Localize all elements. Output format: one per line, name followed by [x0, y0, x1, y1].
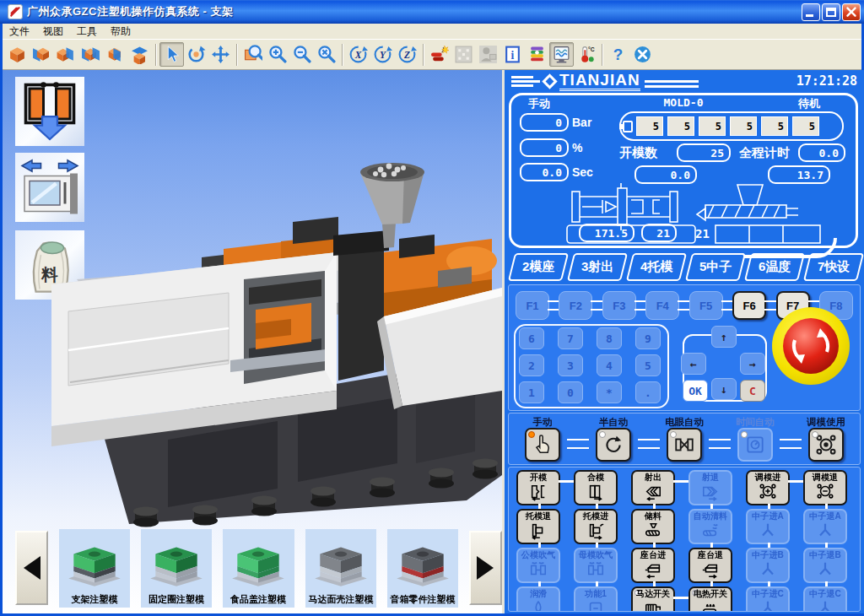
tab-quick-set[interactable]: 7快设 [803, 253, 864, 281]
mold-adjust-out-button[interactable]: 调模退 [803, 470, 847, 505]
function1-button: 功能1 [574, 586, 618, 612]
mold-thumb-food-lid[interactable]: 食品盖注塑模 [223, 529, 294, 608]
gallery-prev-button[interactable] [15, 531, 48, 605]
menu-help[interactable]: 帮助 [104, 24, 138, 40]
rotate-view-button[interactable] [184, 42, 208, 67]
motor-switch-button[interactable]: 马达开关 [631, 586, 675, 612]
key-9[interactable]: 9 [635, 327, 661, 349]
timer-icon [744, 434, 766, 456]
key-arrow-left[interactable]: ← [681, 353, 706, 375]
key-8[interactable]: 8 [597, 327, 622, 349]
cooling-water-button[interactable] [549, 42, 574, 67]
key-arrow-down[interactable]: ↓ [711, 378, 737, 400]
tab-core[interactable]: 5中子 [685, 253, 746, 281]
key-2[interactable]: 2 [519, 354, 544, 376]
key-clear[interactable]: C [740, 380, 765, 402]
key-f3[interactable]: F3 [602, 291, 636, 320]
mode-indicator [599, 431, 606, 438]
view-iso-button[interactable] [5, 42, 30, 67]
time-unit: Sec [572, 165, 593, 179]
mold-thumb-motor-shell[interactable]: 马达面壳注塑模 [305, 529, 376, 608]
key-arrow-up[interactable]: ↑ [711, 326, 737, 348]
charge-button[interactable]: 储料 [631, 509, 675, 544]
menu-tools[interactable]: 工具 [70, 24, 104, 40]
open-count-label: 开模数 [619, 145, 657, 161]
pan-view-button[interactable] [208, 42, 233, 67]
dynamite-icon[interactable] [427, 42, 451, 67]
menu-view[interactable]: 视图 [36, 24, 70, 40]
key-f5[interactable]: F5 [689, 291, 723, 320]
key-ok[interactable]: OK [683, 380, 708, 402]
exit-button[interactable] [630, 42, 655, 67]
rotate-z-button[interactable]: Z [395, 42, 419, 67]
mode-manual[interactable]: 手动 [518, 415, 567, 462]
close-button[interactable] [842, 3, 861, 21]
rotate-x-button[interactable]: X [346, 42, 370, 67]
view-back-button[interactable] [103, 42, 127, 67]
machine-3d-viewport[interactable]: 料 [3, 70, 502, 613]
carriage-back-button[interactable]: 座台退 [688, 548, 732, 583]
pressure-unit: Bar [572, 116, 591, 129]
status-state: 待机 [798, 96, 820, 111]
key-6[interactable]: 6 [519, 327, 544, 349]
carriage-forward-button[interactable]: 座台进 [631, 548, 675, 583]
key-star[interactable]: * [597, 381, 622, 403]
gallery-next-button[interactable] [469, 531, 502, 605]
view-right-button[interactable] [78, 42, 103, 67]
mode-semi-auto[interactable]: 半自动 [589, 415, 638, 462]
zoom-extents-button[interactable] [314, 42, 338, 67]
key-f6[interactable]: F6 [732, 291, 766, 320]
machine-status-icon[interactable] [525, 42, 549, 67]
view-front-button[interactable] [30, 42, 54, 67]
key-f4[interactable]: F4 [645, 291, 679, 320]
core-out-a-button: 中子退A [803, 509, 847, 544]
key-f2[interactable]: F2 [559, 291, 592, 320]
key-1[interactable]: 1 [519, 381, 544, 403]
select-arrow-button[interactable] [159, 42, 184, 67]
rotate-y-button[interactable]: Y [370, 42, 395, 67]
mold-thumb-label: 支架注塑模 [72, 592, 118, 606]
key-3[interactable]: 3 [558, 354, 583, 376]
key-dot[interactable]: . [635, 381, 661, 403]
help-button[interactable]: ? [606, 42, 630, 67]
key-5[interactable]: 5 [635, 354, 661, 376]
key-f1[interactable]: F1 [516, 291, 549, 320]
menu-file[interactable]: 文件 [3, 24, 36, 40]
view-left-button[interactable] [54, 42, 78, 67]
mold-thumbnail-icon [310, 540, 372, 592]
key-4[interactable]: 4 [597, 354, 622, 376]
flow-unit: % [572, 141, 582, 154]
zoom-in-button[interactable] [265, 42, 289, 67]
heater-switch-button[interactable]: 电热开关 [688, 586, 732, 612]
key-7[interactable]: 7 [558, 327, 583, 349]
mold-thumb-speaker-part[interactable]: 音箱零件注塑模 [387, 529, 458, 608]
tab-temperature[interactable]: 6温度 [744, 253, 805, 281]
key-0[interactable]: 0 [558, 381, 583, 403]
inject-button[interactable]: 射出 [631, 470, 675, 505]
tab-mold-base[interactable]: 2模座 [508, 253, 569, 281]
window-title: 广州众承GZC注塑机操作仿真系统 - 支架 [27, 4, 802, 19]
ejector-back-button[interactable]: 托模退 [516, 509, 560, 544]
view-top-button[interactable] [127, 42, 152, 67]
emergency-stop-button[interactable] [772, 307, 850, 385]
maximize-button[interactable] [822, 3, 840, 21]
temperature-button[interactable]: °C [574, 42, 598, 67]
mold-open-button[interactable]: 开模 [516, 470, 560, 505]
ejector-forward-button[interactable]: 托模进 [574, 509, 618, 544]
info-button[interactable]: i [500, 42, 525, 67]
tab-injection[interactable]: 3射出 [567, 253, 628, 281]
minimize-button[interactable] [802, 3, 820, 21]
core-icon [759, 521, 777, 540]
mold-thumb-bracket[interactable]: 支架注塑模 [59, 529, 130, 608]
mold-close-button[interactable]: 合模 [574, 470, 618, 505]
core-icon [816, 599, 834, 612]
mold-adjust-in-button[interactable]: 调模进 [746, 470, 790, 505]
zoom-window-button[interactable] [240, 42, 265, 67]
mode-mold-adjust[interactable]: 调模使用 [802, 415, 850, 462]
zoom-out-button[interactable] [289, 42, 314, 67]
key-arrow-right[interactable]: → [740, 353, 765, 375]
mold-thumb-fixing-ring[interactable]: 固定圈注塑模 [141, 529, 212, 608]
core-icon [816, 521, 834, 540]
tab-ejector[interactable]: 4托模 [626, 253, 687, 281]
mode-eye-auto[interactable]: 电眼自动 [660, 415, 709, 462]
